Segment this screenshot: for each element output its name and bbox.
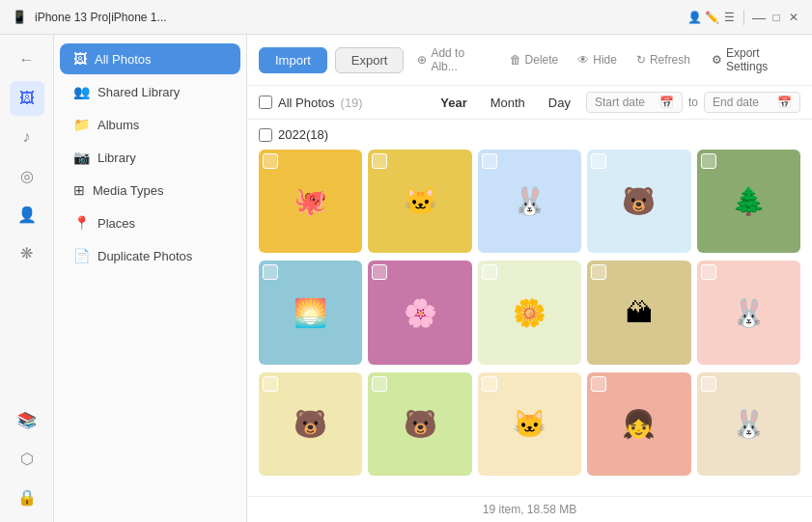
photo-thumb-3[interactable]: 🐰 bbox=[478, 150, 581, 253]
shared-library-icon: 👥 bbox=[73, 84, 90, 99]
rail-person-icon[interactable]: 👤 bbox=[10, 197, 44, 232]
photo-thumb-13[interactable]: 🐱 bbox=[478, 372, 581, 476]
export-settings-label: Export Settings bbox=[726, 46, 800, 73]
separator bbox=[743, 10, 744, 25]
photo-thumb-9[interactable]: 🏔 bbox=[587, 261, 690, 364]
start-date-input[interactable]: Start date 📅 bbox=[586, 92, 683, 113]
settings-icon: ⚙ bbox=[712, 53, 722, 67]
year-view-button[interactable]: Year bbox=[433, 93, 474, 113]
calendar-icon: 📅 bbox=[659, 96, 674, 109]
export-settings-button[interactable]: ⚙ Export Settings bbox=[712, 46, 800, 73]
photo-thumb-11[interactable]: 🐻 bbox=[259, 372, 362, 476]
rail-music-icon[interactable]: ♪ bbox=[10, 120, 44, 154]
sidebar: 🖼 All Photos 👥 Shared Library 📁 Albums 📷… bbox=[54, 35, 247, 522]
thumb-check-9 bbox=[591, 264, 606, 280]
minimize-button[interactable]: — bbox=[752, 11, 766, 24]
sidebar-item-all-photos-label: All Photos bbox=[95, 52, 152, 67]
thumb-check-11 bbox=[263, 376, 278, 392]
month-view-button[interactable]: Month bbox=[483, 93, 533, 113]
year-group-text: 2022(18) bbox=[278, 127, 328, 142]
calendar-icon-end: 📅 bbox=[777, 96, 792, 109]
photo-thumb-2[interactable]: 🐱 bbox=[368, 150, 471, 253]
duplicate-photos-icon: 📄 bbox=[73, 248, 90, 263]
thumb-check-15 bbox=[701, 376, 716, 392]
hide-button[interactable]: 👁 Hide bbox=[572, 49, 623, 70]
sidebar-item-duplicate-photos-label: Duplicate Photos bbox=[98, 249, 192, 263]
photo-thumb-10[interactable]: 🐰 bbox=[697, 261, 800, 364]
sidebar-item-all-photos[interactable]: 🖼 All Photos bbox=[60, 43, 240, 74]
title-bar-title: iPhone 13 Pro|iPhone 1... bbox=[35, 11, 680, 24]
photo-thumb-1[interactable]: 🐙 bbox=[259, 150, 362, 253]
delete-icon: 🗑 bbox=[510, 53, 521, 67]
rail-snowflake-icon[interactable]: ❋ bbox=[10, 235, 44, 270]
photo-thumb-6[interactable]: 🌅 bbox=[259, 261, 362, 364]
rail-tag-icon[interactable]: ⬡ bbox=[10, 441, 44, 476]
refresh-icon: ↻ bbox=[636, 53, 646, 67]
refresh-button[interactable]: ↻ Refresh bbox=[630, 49, 696, 70]
photo-area: 2022(18) 🐙 🐱 🐰 🐻 bbox=[247, 120, 812, 496]
thumb-check-4 bbox=[591, 153, 606, 169]
thumb-check-6 bbox=[263, 264, 278, 280]
photo-thumb-7[interactable]: 🌸 bbox=[368, 261, 471, 364]
add-icon: ⊕ bbox=[417, 53, 427, 67]
photo-thumb-14[interactable]: 👧 bbox=[587, 372, 690, 476]
check-all-checkbox[interactable] bbox=[259, 96, 272, 109]
sidebar-item-library[interactable]: 📷 Library bbox=[60, 142, 240, 173]
thumb-check-2 bbox=[372, 153, 387, 169]
export-button[interactable]: Export bbox=[335, 47, 405, 73]
hide-icon: 👁 bbox=[577, 53, 589, 67]
sidebar-item-duplicate-photos[interactable]: 📄 Duplicate Photos bbox=[60, 240, 240, 271]
import-button[interactable]: Import bbox=[259, 47, 327, 73]
all-photos-icon: 🖼 bbox=[73, 51, 87, 67]
thumb-check-10 bbox=[701, 264, 716, 280]
library-icon: 📷 bbox=[73, 150, 90, 165]
photo-thumb-4[interactable]: 🐻 bbox=[587, 150, 690, 253]
photo-thumb-12[interactable]: 🐻 bbox=[368, 372, 471, 476]
hide-label: Hide bbox=[593, 53, 617, 67]
sidebar-item-shared-library-label: Shared Library bbox=[98, 85, 180, 99]
thumb-check-14 bbox=[591, 376, 606, 392]
rail-photos-icon[interactable]: 🖼 bbox=[10, 81, 44, 116]
add-to-album-button[interactable]: ⊕ Add to Alb... bbox=[411, 42, 495, 77]
profile-button[interactable]: 👤 bbox=[687, 11, 701, 24]
main-layout: ← 🖼 ♪ ◎ 👤 ❋ 📚 ⬡ 🔒 🖼 All Photos 👥 Shared … bbox=[0, 35, 812, 522]
sidebar-item-albums[interactable]: 📁 Albums bbox=[60, 109, 240, 140]
thumb-check-12 bbox=[372, 376, 387, 392]
sidebar-item-media-types[interactable]: ⊞ Media Types bbox=[60, 175, 240, 206]
thumb-check-1 bbox=[263, 153, 278, 169]
photo-thumb-15[interactable]: 🐰 bbox=[697, 372, 800, 476]
menu-button[interactable]: ☰ bbox=[722, 11, 736, 24]
rail-shield-icon[interactable]: 🔒 bbox=[10, 480, 44, 514]
close-button[interactable]: ✕ bbox=[787, 11, 800, 24]
photo-thumb-8[interactable]: 🌼 bbox=[478, 261, 581, 364]
sidebar-item-shared-library[interactable]: 👥 Shared Library bbox=[60, 76, 240, 107]
date-range-filter: Start date 📅 to End date 📅 bbox=[586, 92, 800, 113]
thumb-check-7 bbox=[372, 264, 387, 280]
edit-button[interactable]: ✏️ bbox=[705, 11, 718, 24]
day-view-button[interactable]: Day bbox=[541, 93, 578, 113]
sidebar-item-places[interactable]: 📍 Places bbox=[60, 207, 240, 238]
title-bar: 📱 iPhone 13 Pro|iPhone 1... 👤 ✏️ ☰ — □ ✕ bbox=[0, 0, 812, 35]
year-group-label: 2022(18) bbox=[259, 127, 800, 142]
thumb-check-8 bbox=[482, 264, 497, 280]
photo-thumb-5[interactable]: 🌲 bbox=[697, 150, 800, 253]
to-label: to bbox=[688, 96, 698, 109]
photo-grid-row-1: 🐙 🐱 🐰 🐻 🌲 bbox=[259, 150, 800, 253]
delete-label: Delete bbox=[525, 53, 559, 67]
photo-count: (19) bbox=[341, 96, 363, 110]
date-bar: All Photos (19) Year Month Day Start dat… bbox=[247, 86, 812, 120]
rail-book-icon[interactable]: 📚 bbox=[10, 402, 44, 437]
toolbar: Import Export ⊕ Add to Alb... 🗑 Delete 👁… bbox=[247, 35, 812, 86]
rail-circle-icon[interactable]: ◎ bbox=[10, 158, 44, 193]
title-bar-controls: 👤 ✏️ ☰ — □ ✕ bbox=[687, 10, 800, 25]
maximize-button[interactable]: □ bbox=[770, 11, 783, 24]
delete-button[interactable]: 🗑 Delete bbox=[504, 49, 565, 70]
check-all-label[interactable]: All Photos (19) bbox=[259, 96, 363, 110]
photo-grid-row-3: 🐻 🐻 🐱 👧 🐰 bbox=[259, 372, 800, 476]
end-date-input[interactable]: End date 📅 bbox=[704, 92, 800, 113]
rail-back-icon[interactable]: ← bbox=[10, 42, 44, 77]
sidebar-item-media-types-label: Media Types bbox=[93, 183, 163, 198]
year-group-checkbox[interactable] bbox=[259, 128, 272, 142]
thumb-check-5 bbox=[701, 153, 716, 169]
sidebar-item-library-label: Library bbox=[98, 151, 136, 165]
